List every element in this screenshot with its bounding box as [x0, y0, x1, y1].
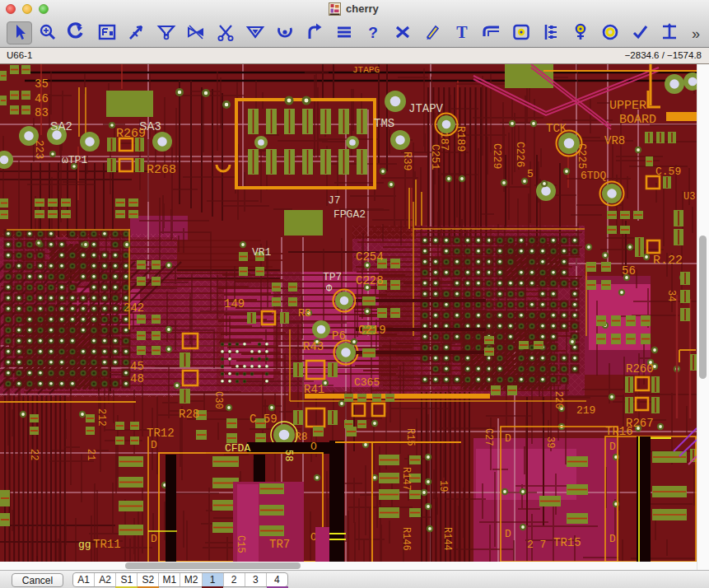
svg-text:TR12: TR12 [147, 427, 175, 440]
svg-text:45: 45 [130, 360, 144, 373]
svg-text:R147: R147 [400, 467, 412, 491]
svg-text:C254: C254 [356, 250, 384, 264]
svg-text:R267: R267 [626, 417, 654, 430]
svg-text:C15: C15 [235, 535, 246, 553]
svg-text:R28: R28 [179, 408, 199, 421]
svg-text:R189: R189 [455, 126, 467, 152]
svg-text:6TDQ: 6TDQ [581, 170, 606, 182]
svg-text:C365: C365 [354, 376, 380, 389]
svg-text:FPGA2: FPGA2 [334, 208, 366, 221]
svg-text:TMS: TMS [374, 117, 394, 130]
svg-text:D: D [609, 441, 616, 453]
svg-text:212: 212 [96, 408, 107, 427]
svg-text:D: D [151, 533, 157, 545]
svg-text:gg: gg [78, 539, 91, 551]
svg-text:SA2: SA2 [50, 119, 72, 133]
svg-text:JTAPG: JTAPG [352, 65, 380, 75]
svg-text:R146: R146 [400, 527, 412, 551]
svg-text:C.59: C.59 [655, 166, 681, 178]
svg-text:220: 220 [553, 391, 564, 409]
svg-text:R260: R260 [626, 362, 654, 376]
svg-text:O: O [310, 441, 317, 453]
svg-text:C30: C30 [212, 391, 224, 409]
svg-text:223: 223 [33, 140, 45, 159]
svg-text:R144: R144 [441, 527, 453, 551]
svg-text:48: 48 [130, 372, 144, 385]
svg-text:ωTP1: ωTP1 [62, 154, 87, 166]
svg-text:BOARD: BOARD [619, 113, 656, 127]
svg-text:C228: C228 [356, 274, 384, 287]
svg-text:U3: U3 [683, 191, 695, 203]
svg-text:22: 22 [28, 449, 40, 460]
svg-text:VR1: VR1 [252, 246, 272, 259]
svg-text:CFDA: CFDA [225, 442, 250, 455]
svg-text:Φ: Φ [326, 283, 333, 295]
svg-text:T: T [456, 23, 468, 41]
svg-text:»: » [692, 26, 700, 42]
svg-text:R269: R269 [116, 127, 146, 141]
svg-text:242: 242 [124, 301, 144, 315]
svg-text:35: 35 [35, 77, 49, 91]
svg-text:39: 39 [544, 436, 556, 448]
svg-text:C251: C251 [429, 144, 441, 170]
svg-text:2 7: 2 7 [527, 539, 546, 551]
svg-text:C 59: C 59 [250, 413, 278, 426]
svg-text:TR11: TR11 [93, 538, 121, 551]
svg-text:19: 19 [437, 480, 449, 492]
svg-text:R43: R43 [303, 340, 324, 353]
svg-text:?: ? [368, 24, 378, 41]
svg-text:P6: P6 [332, 329, 346, 343]
svg-text:C226: C226 [514, 142, 526, 167]
svg-text:R8: R8 [298, 307, 311, 320]
svg-text:VR8: VR8 [604, 134, 625, 147]
svg-text:5: 5 [527, 168, 534, 180]
svg-text:C27: C27 [483, 428, 494, 446]
svg-text:149: 149 [224, 297, 245, 310]
svg-text:TP7: TP7 [323, 271, 342, 283]
svg-text:TCK: TCK [546, 122, 567, 135]
svg-text:34: 34 [665, 290, 677, 301]
svg-text:R268: R268 [147, 163, 176, 177]
svg-text:D: D [505, 432, 511, 445]
svg-text:83: 83 [35, 106, 49, 119]
svg-text:TR7: TR7 [269, 538, 290, 551]
svg-text:R41: R41 [304, 383, 324, 396]
svg-text:D: D [505, 528, 511, 540]
svg-text:C219: C219 [358, 324, 386, 337]
svg-text:46: 46 [35, 92, 49, 105]
svg-text:JTAPV: JTAPV [408, 102, 444, 115]
svg-text:J7: J7 [328, 194, 341, 207]
svg-text:R39: R39 [401, 152, 413, 170]
svg-text:C225: C225 [576, 143, 588, 169]
svg-text:D: D [151, 439, 157, 451]
svg-text:21: 21 [85, 449, 96, 460]
svg-text:TR15: TR15 [553, 536, 581, 549]
svg-text:56: 56 [622, 264, 636, 278]
svg-text:219: 219 [576, 404, 595, 417]
svg-text:D: D [609, 533, 616, 545]
svg-text:R15: R15 [404, 428, 416, 446]
svg-text:C229: C229 [491, 143, 503, 169]
svg-text:R.22: R.22 [653, 254, 683, 268]
svg-text:R8: R8 [295, 431, 308, 443]
svg-text:58: 58 [282, 450, 294, 461]
svg-text:UPPER: UPPER [609, 99, 646, 113]
